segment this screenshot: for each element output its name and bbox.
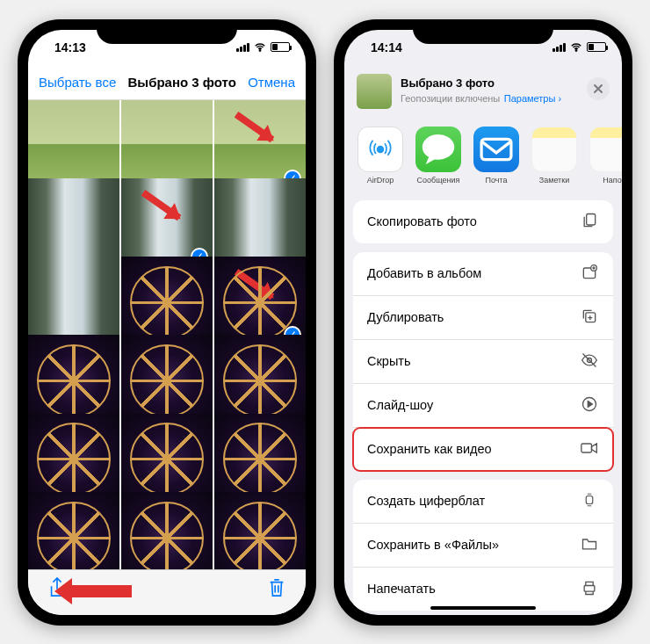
- action-group-1: Скопировать фото: [353, 200, 613, 243]
- copy-photo-action[interactable]: Скопировать фото: [353, 200, 613, 243]
- add-to-album-action[interactable]: Добавить в альбом: [353, 252, 613, 296]
- signal-icon: [552, 43, 566, 52]
- notes-app[interactable]: Заметки: [531, 127, 578, 185]
- hide-action[interactable]: Скрыть: [353, 340, 613, 384]
- svg-rect-5: [587, 213, 596, 225]
- annotation-arrow-icon: [141, 190, 181, 221]
- nav-bar: Выбрать все Выбрано 3 фото Отмена: [28, 65, 306, 100]
- airdrop-app[interactable]: AirDrop: [357, 127, 404, 185]
- share-title: Выбрано 3 фото: [401, 76, 561, 90]
- napo-app[interactable]: Напо: [589, 127, 622, 185]
- notes-icon: [531, 127, 577, 172]
- action-group-2: Добавить в альбом Дублировать Скрыть Сла…: [353, 252, 613, 471]
- share-thumbnail: [357, 74, 392, 109]
- status-bar: 14:14: [344, 30, 622, 65]
- svg-rect-4: [481, 139, 511, 159]
- photo-thumb[interactable]: [28, 492, 119, 568]
- mail-icon: [473, 127, 519, 172]
- svg-point-2: [378, 146, 384, 152]
- folder-icon: [580, 535, 599, 555]
- slideshow-action[interactable]: Слайд-шоу: [353, 384, 613, 428]
- svg-rect-13: [584, 585, 595, 591]
- battery-icon: [271, 42, 290, 52]
- photo-thumb[interactable]: [214, 492, 306, 568]
- print-action[interactable]: Напечатать: [353, 568, 613, 611]
- airdrop-icon: [358, 127, 403, 172]
- watch-icon: [580, 491, 599, 511]
- svg-point-0: [259, 49, 260, 50]
- delete-button[interactable]: [267, 577, 286, 602]
- save-as-video-action[interactable]: Сохранить как видео: [353, 428, 613, 471]
- status-time: 14:14: [371, 40, 402, 54]
- nav-title: Выбрано 3 фото: [128, 75, 236, 90]
- annotation-arrow-icon: [234, 112, 274, 142]
- share-app-row[interactable]: AirDrop Сообщения Почта Заметки: [344, 121, 622, 200]
- select-all-button[interactable]: Выбрать все: [39, 75, 116, 90]
- duplicate-icon: [580, 308, 599, 328]
- mail-app[interactable]: Почта: [473, 127, 520, 185]
- svg-point-3: [422, 134, 454, 160]
- status-time: 14:13: [54, 40, 86, 54]
- action-group-3: Создать циферблат Сохранить в «Файлы» На…: [353, 480, 613, 611]
- annotation-arrow-icon: [70, 585, 132, 597]
- share-subtitle: Геопозиции включены: [401, 93, 500, 104]
- video-icon: [580, 439, 599, 459]
- photo-thumb[interactable]: [121, 492, 213, 568]
- copy-icon: [580, 212, 599, 232]
- status-bar: 14:13: [28, 30, 306, 65]
- save-to-files-action[interactable]: Сохранить в «Файлы»: [353, 524, 613, 568]
- photo-grid[interactable]: ✓ ✓ ✓: [28, 100, 306, 569]
- svg-rect-12: [586, 496, 593, 503]
- annotation-arrow-icon: [234, 269, 274, 300]
- share-params-link[interactable]: Параметры ›: [504, 93, 561, 104]
- hide-icon: [580, 351, 599, 372]
- battery-icon: [587, 42, 606, 52]
- print-icon: [580, 579, 599, 599]
- svg-point-1: [575, 49, 576, 50]
- watchface-action[interactable]: Создать циферблат: [353, 480, 613, 524]
- svg-rect-11: [581, 444, 592, 452]
- signal-icon: [236, 43, 249, 52]
- napo-icon: [589, 127, 622, 172]
- duplicate-action[interactable]: Дублировать: [353, 296, 613, 340]
- phone-left: 14:13 Выбрать все Выбрано 3 фото Отмена: [18, 19, 316, 626]
- cancel-button[interactable]: Отмена: [248, 75, 295, 90]
- phone-right: 14:14 Выбрано 3 фото Геопозиции включены…: [334, 19, 632, 626]
- messages-icon: [415, 127, 461, 172]
- album-add-icon: [580, 264, 599, 284]
- bottom-toolbar: [28, 569, 306, 615]
- messages-app[interactable]: Сообщения: [415, 127, 462, 185]
- home-indicator[interactable]: [430, 606, 536, 610]
- wifi-icon: [254, 41, 266, 54]
- wifi-icon: [570, 41, 582, 54]
- share-header: Выбрано 3 фото Геопозиции включены Парам…: [344, 65, 622, 121]
- close-button[interactable]: [587, 77, 610, 100]
- play-icon: [580, 395, 599, 416]
